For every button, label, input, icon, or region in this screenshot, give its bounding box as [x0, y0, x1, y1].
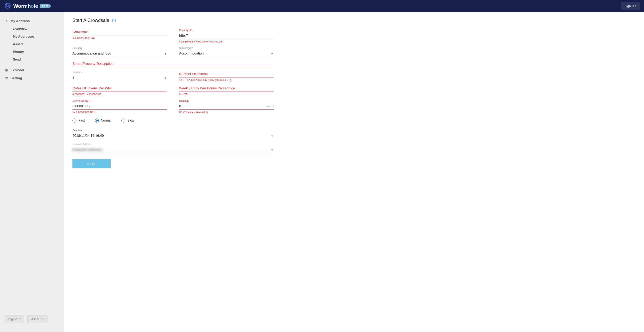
- factorage-input[interactable]: [179, 103, 274, 110]
- sidebar-item-send[interactable]: Send: [0, 56, 64, 64]
- svg-rect-8: [5, 79, 8, 79]
- next-button[interactable]: NEXT: [72, 159, 111, 168]
- precision-label: Precision: [72, 71, 167, 74]
- issuance-address-select[interactable]: [72, 146, 274, 153]
- miner-fees-label: Miner Fees(BCH): [72, 100, 167, 102]
- chevron-down-icon: [19, 318, 21, 321]
- fee-speed-radio-group: Fast Normal Slow: [72, 118, 167, 122]
- factorage-suffix: WHC: [266, 104, 274, 108]
- radio-label: Fast: [78, 119, 85, 122]
- category-select[interactable]: [72, 50, 167, 57]
- rates-helper: 0.00000001 ~ 100000000: [72, 93, 167, 96]
- factorage-label: factorage: [179, 100, 274, 102]
- logo-area: Wormhole BETA: [4, 2, 51, 10]
- svg-rect-6: [5, 77, 8, 78]
- menu-icon: [5, 77, 8, 80]
- beta-badge: BETA: [40, 4, 51, 8]
- sidebar-item-assets[interactable]: Assets: [0, 40, 64, 48]
- svg-text:$: $: [6, 20, 7, 22]
- svg-point-0: [5, 3, 10, 8]
- property-url-helper: example:http://www.someProperty.com: [179, 40, 274, 43]
- dropdown-label: English: [8, 318, 17, 321]
- property-url-label: Property URL: [179, 29, 274, 32]
- main-content: Start A Crowdsale ? Crowdsale example: R…: [64, 12, 644, 332]
- rates-label: Rates Of Tokens Per Whc: [72, 85, 167, 92]
- crowdsale-helper: example: RickyCoin: [72, 36, 167, 40]
- sidebar-item-overview[interactable]: Overview: [0, 25, 64, 33]
- radio-icon: [95, 118, 99, 122]
- number-tokens-label: Number Of Tokens: [179, 71, 274, 78]
- dollar-icon: $: [5, 20, 8, 23]
- category-label: Category: [72, 47, 167, 50]
- sign-out-button[interactable]: Sign Out: [621, 2, 640, 10]
- sidebar-item-my-addresses[interactable]: My Addresses: [0, 33, 64, 40]
- crowdsale-label: Crowdsale: [72, 29, 167, 36]
- radio-label: Slow: [128, 119, 134, 122]
- bonus-helper: 0 ~ 255: [179, 93, 274, 96]
- radio-normal[interactable]: Normal: [95, 118, 111, 122]
- miner-fees-input[interactable]: [72, 103, 167, 110]
- language-dropdown[interactable]: English: [5, 315, 24, 323]
- number-tokens-helper: 1e-8 ~ 92233720368.54775807 (precision =…: [179, 79, 274, 82]
- sidebar-label: Setting: [10, 76, 22, 80]
- radio-icon: [121, 118, 126, 122]
- sidebar-section-my-address[interactable]: $ My Address: [0, 17, 64, 25]
- help-icon[interactable]: ?: [112, 19, 116, 22]
- app-header: Wormhole BETA Sign Out: [0, 0, 644, 12]
- radio-label: Normal: [101, 119, 111, 122]
- deadline-input[interactable]: [72, 132, 274, 139]
- compass-icon: [5, 68, 8, 72]
- sidebar-label: My Address: [10, 19, 30, 23]
- sidebar-label: Explorer: [10, 68, 24, 72]
- sidebar: $ My Address Overview My Addresses Asset…: [0, 12, 64, 332]
- sidebar-item-history[interactable]: History: [0, 48, 64, 56]
- issuance-label: Issuance Address: [72, 143, 274, 146]
- network-dropdown[interactable]: Mainnet: [27, 315, 48, 323]
- sidebar-section-explorer[interactable]: Explorer: [0, 66, 64, 74]
- dropdown-label: Mainnet: [30, 318, 40, 321]
- radio-fast[interactable]: Fast: [72, 118, 85, 122]
- logo-swirl-icon: [4, 2, 11, 10]
- sidebar-section-setting[interactable]: Setting: [0, 74, 64, 82]
- factorage-helper: WHC Balance: 0 (need 1): [179, 111, 274, 114]
- svg-rect-7: [5, 78, 8, 78]
- chevron-down-icon: [42, 318, 44, 321]
- property-url-input[interactable]: [179, 32, 274, 39]
- svg-point-4: [5, 69, 8, 72]
- precision-select[interactable]: [72, 74, 167, 81]
- radio-slow[interactable]: Slow: [121, 118, 134, 122]
- page-title: Start A Crowdsale: [72, 18, 109, 23]
- radio-icon: [72, 118, 76, 122]
- subcategory-label: Subcategory: [179, 47, 274, 50]
- miner-fees-helper: >= 0.00000001 BCH: [72, 111, 167, 114]
- logo-text: Wormhole: [13, 3, 38, 9]
- bonus-label: Weekly Early Bird Bonus Percentage: [179, 85, 274, 92]
- description-label: Smart Property Description: [72, 60, 274, 67]
- deadline-label: Deadline: [72, 129, 274, 132]
- subcategory-select[interactable]: [179, 50, 274, 57]
